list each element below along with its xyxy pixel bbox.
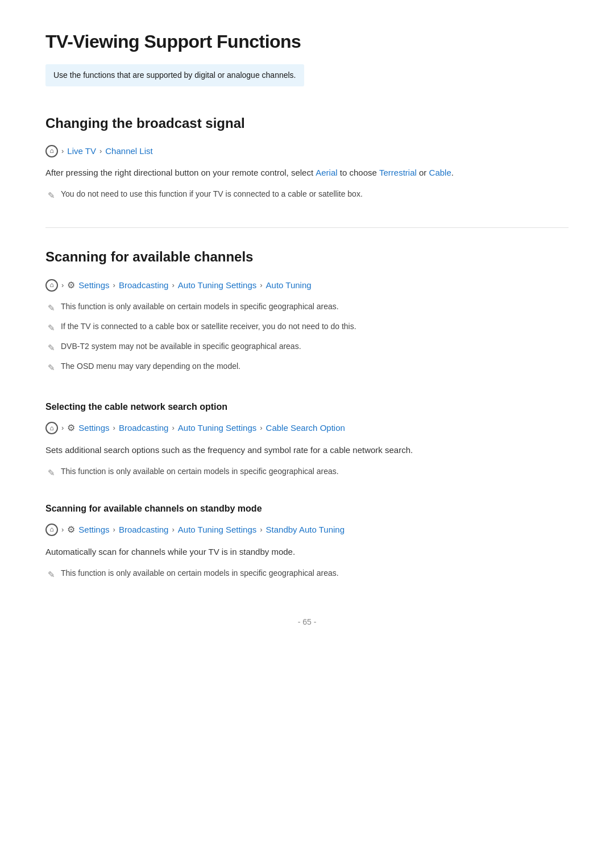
intro-text: Use the functions that are supported by … bbox=[45, 64, 304, 86]
nav-link-settings-1[interactable]: Settings bbox=[78, 279, 109, 292]
chevron-icon-13: › bbox=[172, 524, 174, 536]
note-item-scan-2: ✎ If the TV is connected to a cable box … bbox=[48, 321, 569, 335]
nav-link-cablesearchoption[interactable]: Cable Search Option bbox=[266, 421, 345, 435]
pencil-icon-4: ✎ bbox=[48, 341, 55, 355]
nav-path-scanning: ⌂ › ⚙ Settings › Broadcasting › Auto Tun… bbox=[45, 278, 569, 293]
section-title-scanning: Scanning for available channels bbox=[45, 246, 569, 268]
nav-link-autotuningsettings-2[interactable]: Auto Tuning Settings bbox=[178, 421, 256, 435]
nav-link-autotuningsettings-3[interactable]: Auto Tuning Settings bbox=[178, 523, 256, 537]
chevron-icon-1: › bbox=[61, 146, 64, 157]
chevron-icon-9: › bbox=[172, 422, 174, 434]
home-icon: ⌂ bbox=[45, 145, 58, 157]
page-number: - 65 - bbox=[45, 616, 569, 628]
home-icon-2: ⌂ bbox=[45, 279, 58, 292]
note-item-cable-1: ✎ This function is only available on cer… bbox=[48, 466, 569, 480]
nav-link-broadcasting-1[interactable]: Broadcasting bbox=[119, 279, 169, 292]
note-text-scan-3: DVB-T2 system may not be available in sp… bbox=[61, 340, 301, 352]
chevron-icon-3: › bbox=[61, 280, 64, 292]
nav-link-autotuningsettings-1[interactable]: Auto Tuning Settings bbox=[178, 279, 256, 292]
section-divider-1 bbox=[45, 227, 569, 228]
section-scanning-channels: Scanning for available channels ⌂ › ⚙ Se… bbox=[45, 246, 569, 375]
pencil-icon-1: ✎ bbox=[48, 189, 55, 202]
note-text-scan-1: This function is only available on certa… bbox=[61, 301, 339, 313]
subsection-title-cable: Selecting the cable network search optio… bbox=[45, 400, 569, 414]
chevron-icon-11: › bbox=[61, 524, 64, 536]
nav-path-broadcast: ⌂ › Live TV › Channel List bbox=[45, 144, 569, 158]
home-icon-3: ⌂ bbox=[45, 422, 58, 434]
chevron-icon-10: › bbox=[260, 422, 262, 434]
home-icon-4: ⌂ bbox=[45, 524, 58, 536]
nav-link-broadcasting-3[interactable]: Broadcasting bbox=[119, 523, 169, 537]
chevron-icon-2: › bbox=[99, 146, 102, 157]
settings-gear-icon-2: ⚙ bbox=[67, 421, 75, 435]
nav-link-settings-3[interactable]: Settings bbox=[78, 523, 109, 537]
note-item-scan-1: ✎ This function is only available on cer… bbox=[48, 301, 569, 315]
settings-gear-icon-1: ⚙ bbox=[67, 278, 75, 293]
page-title: TV-Viewing Support Functions bbox=[45, 27, 569, 56]
note-text-cable-1: This function is only available on certa… bbox=[61, 466, 339, 477]
link-cable[interactable]: Cable bbox=[429, 168, 451, 177]
chevron-icon-5: › bbox=[172, 280, 174, 292]
pencil-icon-5: ✎ bbox=[48, 361, 55, 375]
pencil-icon-3: ✎ bbox=[48, 321, 55, 335]
chevron-icon-7: › bbox=[61, 422, 64, 434]
section-changing-broadcast: Changing the broadcast signal ⌂ › Live T… bbox=[45, 113, 569, 202]
nav-link-livetv[interactable]: Live TV bbox=[67, 144, 96, 158]
section-standby-scanning: Scanning for available channels on stand… bbox=[45, 501, 569, 582]
note-item-broadcast-1: ✎ You do not need to use this function i… bbox=[48, 188, 569, 202]
note-text-scan-4: The OSD menu may vary depending on the m… bbox=[61, 360, 240, 372]
pencil-icon-6: ✎ bbox=[48, 466, 55, 480]
link-terrestrial[interactable]: Terrestrial bbox=[379, 168, 417, 177]
note-item-standby-1: ✎ This function is only available on cer… bbox=[48, 567, 569, 582]
chevron-icon-14: › bbox=[260, 524, 262, 536]
nav-link-standbyautotuning[interactable]: Standby Auto Tuning bbox=[266, 523, 345, 537]
section-title-broadcast: Changing the broadcast signal bbox=[45, 113, 569, 134]
standby-body-text: Automatically scan for channels while yo… bbox=[45, 545, 569, 559]
note-text-broadcast-1: You do not need to use this function if … bbox=[61, 188, 363, 200]
nav-link-broadcasting-2[interactable]: Broadcasting bbox=[119, 421, 169, 435]
pencil-icon-2: ✎ bbox=[48, 301, 55, 315]
settings-gear-icon-3: ⚙ bbox=[67, 522, 75, 537]
cable-body-text: Sets additional search options such as t… bbox=[45, 443, 569, 458]
nav-link-settings-2[interactable]: Settings bbox=[78, 421, 109, 435]
chevron-icon-12: › bbox=[113, 524, 115, 536]
broadcast-body-text: After pressing the right directional but… bbox=[45, 166, 569, 180]
note-text-standby-1: This function is only available on certa… bbox=[61, 567, 339, 579]
note-text-scan-2: If the TV is connected to a cable box or… bbox=[61, 321, 356, 333]
nav-path-cable: ⌂ › ⚙ Settings › Broadcasting › Auto Tun… bbox=[45, 421, 569, 435]
pencil-icon-7: ✎ bbox=[48, 568, 55, 582]
link-aerial[interactable]: Aerial bbox=[316, 168, 337, 177]
chevron-icon-8: › bbox=[113, 422, 115, 434]
nav-link-channellist[interactable]: Channel List bbox=[105, 144, 152, 158]
chevron-icon-4: › bbox=[113, 280, 115, 292]
chevron-icon-6: › bbox=[260, 280, 262, 292]
nav-path-standby: ⌂ › ⚙ Settings › Broadcasting › Auto Tun… bbox=[45, 522, 569, 537]
note-item-scan-4: ✎ The OSD menu may vary depending on the… bbox=[48, 360, 569, 375]
nav-link-autotuning[interactable]: Auto Tuning bbox=[266, 279, 312, 292]
subsection-title-standby: Scanning for available channels on stand… bbox=[45, 501, 569, 516]
section-cable-search: Selecting the cable network search optio… bbox=[45, 400, 569, 480]
note-item-scan-3: ✎ DVB-T2 system may not be available in … bbox=[48, 340, 569, 355]
